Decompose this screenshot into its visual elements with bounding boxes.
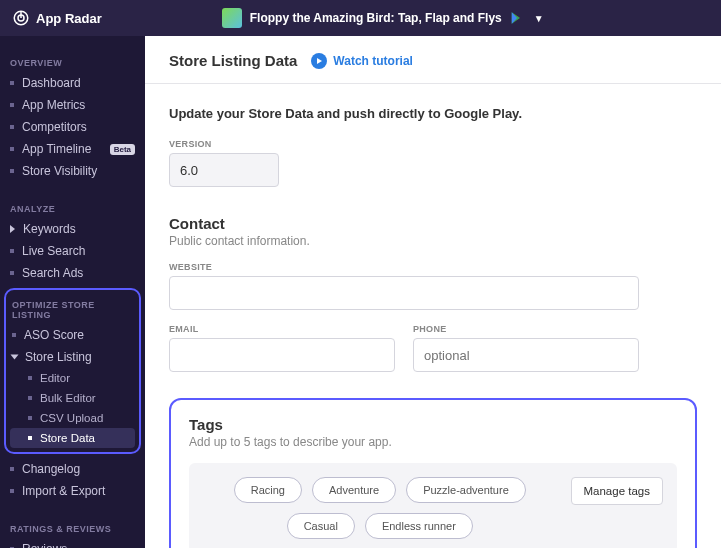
tags-chips: Racing Adventure Puzzle-adventure Casual… <box>203 477 557 539</box>
nav-label: App Metrics <box>22 98 85 112</box>
sidebar-item-csv-upload[interactable]: CSV Upload <box>6 408 139 428</box>
sidebar-item-editor[interactable]: Editor <box>6 368 139 388</box>
watch-tutorial-link[interactable]: Watch tutorial <box>311 53 413 69</box>
sidebar-item-app-metrics[interactable]: App Metrics <box>0 94 145 116</box>
tags-title: Tags <box>189 416 677 433</box>
nav-label: Store Listing <box>25 350 92 364</box>
section-analyze: ANALYZE <box>0 200 145 218</box>
bullet-icon <box>10 81 14 85</box>
nav-label: Store Visibility <box>22 164 97 178</box>
bullet-icon <box>10 249 14 253</box>
caret-down-icon <box>11 355 19 360</box>
radar-icon <box>12 9 30 27</box>
website-input[interactable] <box>169 276 639 310</box>
nav-label: Bulk Editor <box>40 392 96 404</box>
app-name: Floppy the Amazing Bird: Tap, Flap and F… <box>250 11 502 25</box>
tag-chip[interactable]: Adventure <box>312 477 396 503</box>
brand-name: App Radar <box>36 11 102 26</box>
main-content: Store Listing Data Watch tutorial Update… <box>145 36 721 548</box>
nav-label: App Timeline <box>22 142 91 156</box>
sidebar: OVERVIEW Dashboard App Metrics Competito… <box>0 36 145 548</box>
tag-chip[interactable]: Puzzle-adventure <box>406 477 526 503</box>
bullet-icon <box>28 436 32 440</box>
sidebar-item-competitors[interactable]: Competitors <box>0 116 145 138</box>
page-title: Store Listing Data <box>169 52 297 69</box>
version-input[interactable] <box>169 153 279 187</box>
sidebar-item-store-data[interactable]: Store Data <box>10 428 135 448</box>
section-ratings: RATINGS & REVIEWS <box>0 520 145 538</box>
sidebar-item-reviews[interactable]: Reviews <box>0 538 145 548</box>
website-label: WEBSITE <box>169 262 697 272</box>
tag-chip[interactable]: Racing <box>234 477 302 503</box>
nav-label: Search Ads <box>22 266 83 280</box>
tags-section: Tags Add up to 5 tags to describe your a… <box>169 398 697 548</box>
bullet-icon <box>12 333 16 337</box>
bullet-icon <box>10 169 14 173</box>
intro-text: Update your Store Data and push directly… <box>169 106 697 121</box>
sidebar-item-app-timeline[interactable]: App TimelineBeta <box>0 138 145 160</box>
bullet-icon <box>28 376 32 380</box>
email-label: EMAIL <box>169 324 395 334</box>
manage-tags-button[interactable]: Manage tags <box>571 477 664 505</box>
nav-label: Store Data <box>40 432 95 444</box>
google-play-icon <box>510 11 524 25</box>
nav-label: Dashboard <box>22 76 81 90</box>
bullet-icon <box>10 467 14 471</box>
beta-badge: Beta <box>110 144 135 155</box>
app-icon <box>222 8 242 28</box>
bullet-icon <box>10 125 14 129</box>
sidebar-item-bulk-editor[interactable]: Bulk Editor <box>6 388 139 408</box>
tag-chip[interactable]: Casual <box>287 513 355 539</box>
app-selector[interactable]: Floppy the Amazing Bird: Tap, Flap and F… <box>222 8 544 28</box>
section-optimize: OPTIMIZE STORE LISTING <box>6 296 139 324</box>
highlight-optimize: OPTIMIZE STORE LISTING ASO Score Store L… <box>4 288 141 454</box>
sidebar-item-dashboard[interactable]: Dashboard <box>0 72 145 94</box>
nav-label: Import & Export <box>22 484 105 498</box>
bullet-icon <box>28 396 32 400</box>
bullet-icon <box>10 147 14 151</box>
nav-label: CSV Upload <box>40 412 103 424</box>
email-input[interactable] <box>169 338 395 372</box>
nav-label: Competitors <box>22 120 87 134</box>
tag-chip[interactable]: Endless runner <box>365 513 473 539</box>
nav-label: Changelog <box>22 462 80 476</box>
play-icon <box>311 53 327 69</box>
brand-logo[interactable]: App Radar <box>12 9 102 27</box>
sidebar-item-live-search[interactable]: Live Search <box>0 240 145 262</box>
tags-body: Racing Adventure Puzzle-adventure Casual… <box>189 463 677 548</box>
nav-label: Keywords <box>23 222 76 236</box>
sidebar-item-store-visibility[interactable]: Store Visibility <box>0 160 145 182</box>
caret-icon <box>10 225 15 233</box>
nav-label: ASO Score <box>24 328 84 342</box>
topbar: App Radar Floppy the Amazing Bird: Tap, … <box>0 0 721 36</box>
tutorial-label: Watch tutorial <box>333 54 413 68</box>
phone-input[interactable] <box>413 338 639 372</box>
version-label: VERSION <box>169 139 697 149</box>
nav-label: Reviews <box>22 542 67 548</box>
section-overview: OVERVIEW <box>0 54 145 72</box>
contact-subtitle: Public contact information. <box>169 234 697 248</box>
nav-label: Editor <box>40 372 70 384</box>
bullet-icon <box>10 489 14 493</box>
sidebar-item-import-export[interactable]: Import & Export <box>0 480 145 502</box>
sidebar-item-search-ads[interactable]: Search Ads <box>0 262 145 284</box>
sidebar-item-changelog[interactable]: Changelog <box>0 458 145 480</box>
bullet-icon <box>10 271 14 275</box>
sidebar-item-store-listing[interactable]: Store Listing <box>6 346 139 368</box>
sidebar-item-keywords[interactable]: Keywords <box>0 218 145 240</box>
sidebar-item-aso-score[interactable]: ASO Score <box>6 324 139 346</box>
chevron-down-icon: ▼ <box>534 13 544 24</box>
bullet-icon <box>28 416 32 420</box>
contact-title: Contact <box>169 215 697 232</box>
page-header: Store Listing Data Watch tutorial <box>145 36 721 84</box>
bullet-icon <box>10 103 14 107</box>
nav-label: Live Search <box>22 244 85 258</box>
contact-section: Contact Public contact information. WEBS… <box>169 215 697 372</box>
phone-label: PHONE <box>413 324 639 334</box>
tags-subtitle: Add up to 5 tags to describe your app. <box>189 435 677 449</box>
